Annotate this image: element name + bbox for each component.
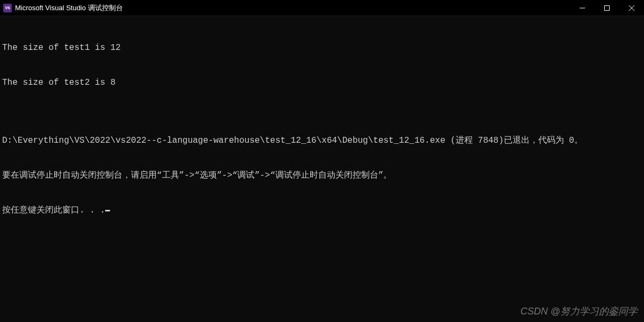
minimize-button[interactable] — [570, 0, 595, 16]
watermark: CSDN @努力学习的銮同学 — [521, 305, 638, 318]
console-line: 要在调试停止时自动关闭控制台，请启用“工具”->“选项”->“调试”->“调试停… — [2, 170, 642, 182]
app-icon-label: VS — [5, 5, 10, 10]
maximize-icon — [604, 5, 610, 11]
console-line: The size of test2 is 8 — [2, 77, 642, 89]
minimize-icon — [580, 5, 585, 11]
console-line: The size of test1 is 12 — [2, 42, 642, 54]
title-bar: VS Microsoft Visual Studio 调试控制台 — [0, 0, 644, 16]
window-title: Microsoft Visual Studio 调试控制台 — [15, 3, 123, 13]
console-output[interactable]: The size of test1 is 12 The size of test… — [0, 16, 644, 231]
app-icon: VS — [3, 4, 12, 12]
maximize-button[interactable] — [595, 0, 619, 16]
close-button[interactable] — [619, 0, 644, 16]
console-line: D:\Everything\VS\2022\vs2022--c-language… — [2, 135, 642, 147]
svg-rect-1 — [605, 5, 610, 10]
console-text: 按任意键关闭此窗口. . . — [2, 206, 105, 215]
title-bar-left: VS Microsoft Visual Studio 调试控制台 — [3, 3, 123, 13]
close-icon — [629, 5, 634, 11]
console-line: 按任意键关闭此窗口. . . — [2, 205, 642, 217]
window-controls — [570, 0, 644, 16]
cursor — [105, 210, 110, 211]
